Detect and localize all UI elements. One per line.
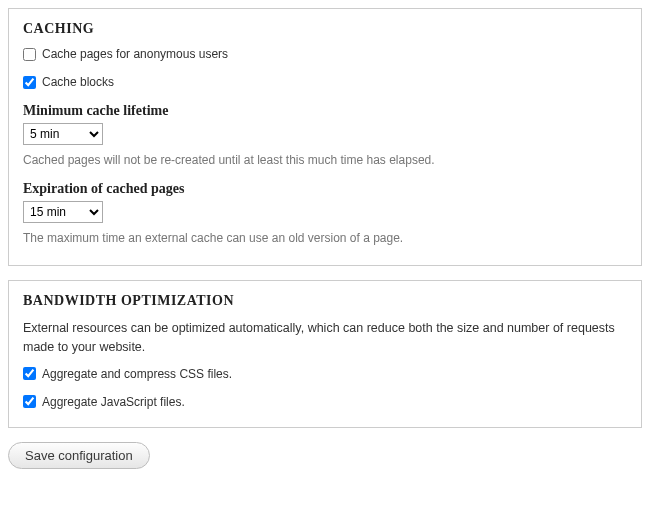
bandwidth-intro: External resources can be optimized auto… — [23, 319, 627, 357]
bandwidth-title: BANDWIDTH OPTIMIZATION — [23, 293, 627, 309]
expiration-label: Expiration of cached pages — [23, 181, 627, 197]
expiration-field: Expiration of cached pages 15 min The ma… — [23, 181, 627, 247]
cache-anonymous-label[interactable]: Cache pages for anonymous users — [42, 47, 228, 61]
aggregate-css-row: Aggregate and compress CSS files. — [23, 367, 627, 381]
cache-anonymous-checkbox[interactable] — [23, 48, 36, 61]
caching-panel: CACHING Cache pages for anonymous users … — [8, 8, 642, 266]
aggregate-js-row: Aggregate JavaScript files. — [23, 395, 627, 409]
cache-blocks-label[interactable]: Cache blocks — [42, 75, 114, 89]
min-lifetime-select[interactable]: 5 min — [23, 123, 103, 145]
min-lifetime-description: Cached pages will not be re-created unti… — [23, 151, 627, 169]
expiration-select[interactable]: 15 min — [23, 201, 103, 223]
aggregate-css-label[interactable]: Aggregate and compress CSS files. — [42, 367, 232, 381]
save-button[interactable]: Save configuration — [8, 442, 150, 469]
aggregate-js-checkbox[interactable] — [23, 395, 36, 408]
caching-title: CACHING — [23, 21, 627, 37]
cache-anonymous-row: Cache pages for anonymous users — [23, 47, 627, 61]
min-lifetime-label: Minimum cache lifetime — [23, 103, 627, 119]
aggregate-css-checkbox[interactable] — [23, 367, 36, 380]
expiration-description: The maximum time an external cache can u… — [23, 229, 627, 247]
cache-blocks-checkbox[interactable] — [23, 76, 36, 89]
cache-blocks-row: Cache blocks — [23, 75, 627, 89]
aggregate-js-label[interactable]: Aggregate JavaScript files. — [42, 395, 185, 409]
form-actions: Save configuration — [8, 442, 642, 469]
min-lifetime-field: Minimum cache lifetime 5 min Cached page… — [23, 103, 627, 169]
bandwidth-panel: BANDWIDTH OPTIMIZATION External resource… — [8, 280, 642, 428]
